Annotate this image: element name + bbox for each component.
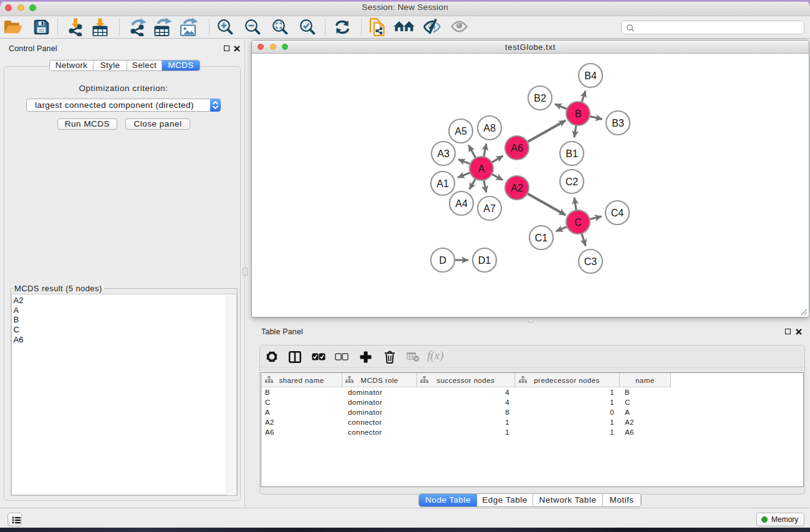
svg-text:A1: A1	[436, 178, 449, 189]
svg-text:B4: B4	[584, 70, 597, 81]
svg-text:C1: C1	[535, 233, 548, 243]
svg-text:C: C	[574, 217, 582, 228]
svg-text:A3: A3	[437, 148, 450, 159]
svg-text:D: D	[439, 255, 446, 266]
svg-text:B2: B2	[534, 93, 546, 104]
svg-text:A5: A5	[455, 126, 467, 137]
svg-text:A7: A7	[483, 203, 496, 214]
svg-text:B3: B3	[612, 118, 624, 128]
svg-text:A4: A4	[455, 198, 468, 209]
svg-text:C4: C4	[611, 208, 624, 218]
svg-text:B: B	[575, 109, 582, 119]
svg-text:A2: A2	[511, 183, 523, 193]
svg-text:D1: D1	[478, 255, 491, 266]
svg-text:C2: C2	[566, 177, 579, 187]
svg-text:C3: C3	[584, 256, 597, 267]
svg-text:A: A	[478, 163, 485, 174]
svg-text:B1: B1	[566, 148, 578, 159]
svg-text:A6: A6	[511, 143, 523, 153]
svg-text:A8: A8	[483, 123, 496, 133]
